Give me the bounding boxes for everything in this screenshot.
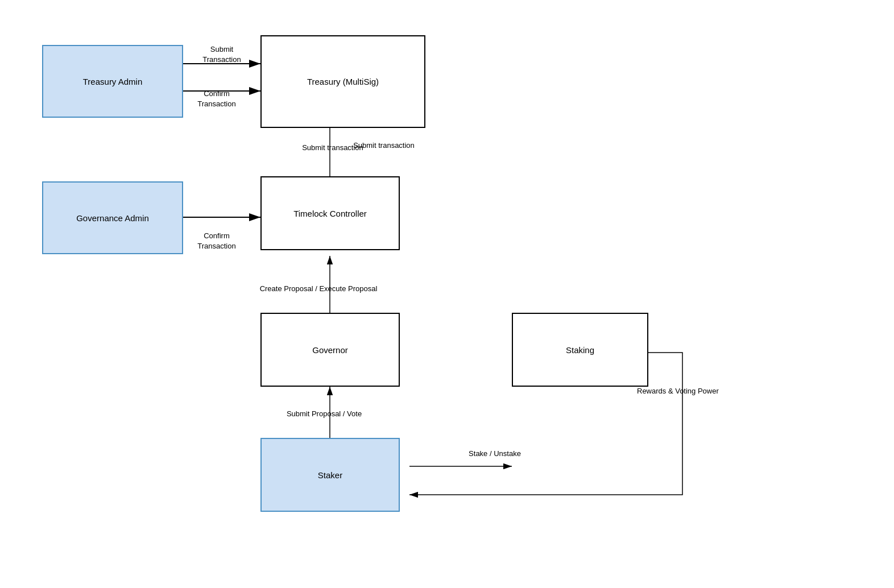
governor-label: Governor bbox=[312, 345, 348, 355]
staking-box: Staking bbox=[512, 313, 648, 387]
governor-box: Governor bbox=[260, 313, 400, 387]
label-confirm-transaction-top: ConfirmTransaction bbox=[180, 89, 254, 109]
governance-admin-label: Governance Admin bbox=[76, 213, 149, 223]
treasury-multisig-box: Treasury (MultiSig) bbox=[260, 35, 425, 128]
staker-label: Staker bbox=[318, 470, 342, 480]
staker-box: Staker bbox=[260, 438, 400, 512]
treasury-multisig-label: Treasury (MultiSig) bbox=[307, 77, 379, 86]
governance-admin-box: Governance Admin bbox=[42, 181, 183, 254]
diagram-container: Treasury Admin Treasury (MultiSig) Gover… bbox=[0, 0, 894, 588]
timelock-controller-box: Timelock Controller bbox=[260, 176, 400, 250]
treasury-admin-box: Treasury Admin bbox=[42, 45, 183, 118]
label-rewards-voting-power: Rewards & Voting Power bbox=[637, 387, 751, 395]
label-submit-transaction-center: Submit transaction bbox=[250, 143, 415, 152]
staking-label: Staking bbox=[566, 345, 594, 355]
treasury-admin-label: Treasury Admin bbox=[83, 77, 142, 86]
label-confirm-transaction-gov: ConfirmTransaction bbox=[180, 231, 254, 251]
timelock-controller-label: Timelock Controller bbox=[293, 209, 367, 218]
label-stake-unstake: Stake / Unstake bbox=[449, 449, 540, 458]
label-submit-transaction-top: SubmitTransaction bbox=[188, 44, 256, 65]
label-create-execute-proposal: Create Proposal / Execute Proposal bbox=[216, 284, 421, 293]
label-submit-proposal-vote: Submit Proposal / Vote bbox=[245, 409, 404, 418]
